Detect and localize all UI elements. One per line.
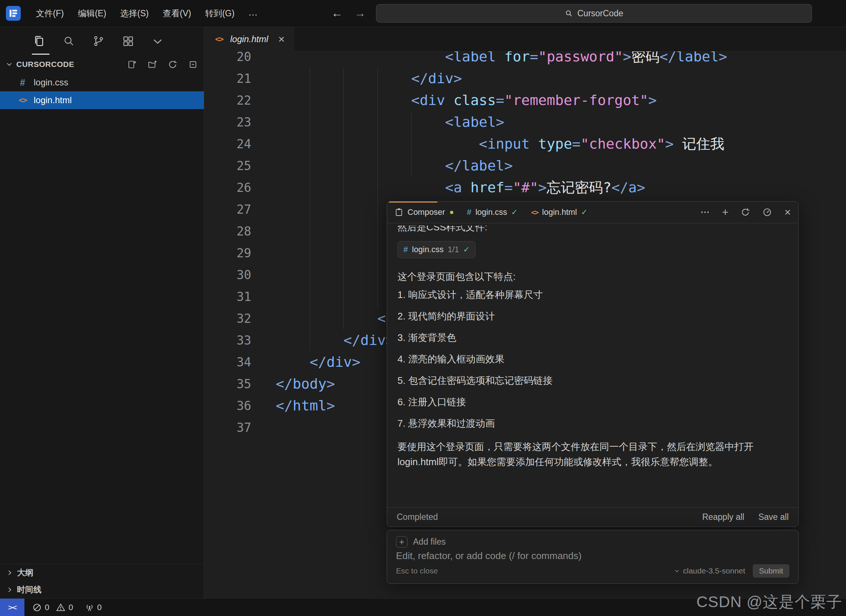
message-intro: 这个登录页面包含以下特点: xyxy=(397,269,788,284)
collapse-all-icon[interactable] xyxy=(188,60,198,69)
composer-tab[interactable]: Composer xyxy=(394,207,453,217)
code-token: input xyxy=(487,136,530,152)
composer-input-box[interactable]: + Add files Edit, refactor, or add code … xyxy=(387,530,799,584)
code-token xyxy=(276,354,310,370)
code-text[interactable]: <label for="password">密码</label> xyxy=(251,51,727,67)
close-icon[interactable]: × xyxy=(278,34,285,45)
code-token: body xyxy=(293,375,327,392)
outline-panel-header[interactable]: 大纲 xyxy=(0,564,204,581)
line-number: 28 xyxy=(205,220,251,242)
code-text[interactable]: <div class="remember-forgot"> xyxy=(251,89,657,111)
menu-overflow-button[interactable]: … xyxy=(242,0,265,27)
code-text[interactable] xyxy=(251,286,276,308)
add-files-row[interactable]: + Add files xyxy=(396,536,789,548)
views-chevron-down-icon[interactable] xyxy=(151,34,164,48)
code-token: </ xyxy=(445,157,462,174)
code-token: > xyxy=(496,114,505,130)
code-token: type xyxy=(538,136,572,152)
file-chip-login-css[interactable]: # login.css 1/1 ✓ xyxy=(397,241,475,258)
line-number: 30 xyxy=(205,264,251,286)
menu-item-4[interactable]: 查看(V) xyxy=(156,0,199,27)
nav-back-button[interactable]: ← xyxy=(328,0,346,27)
file-item-login.html[interactable]: <>login.html xyxy=(0,91,204,109)
extensions-icon[interactable] xyxy=(121,34,135,48)
composer-header: Composer # login.css ✓ <> login.html ✓ + xyxy=(387,201,798,223)
css-file-icon: # xyxy=(17,77,28,88)
composer-prompt-input[interactable]: Edit, refactor, or add code (/ for comma… xyxy=(396,550,789,562)
line-number: 35 xyxy=(205,373,251,395)
menu-item-5[interactable]: 转到(G) xyxy=(198,0,241,27)
new-file-icon[interactable] xyxy=(127,60,137,69)
sidebar-bottom-panels: 大纲 时间线 xyxy=(0,564,204,598)
indent-guide xyxy=(343,67,344,330)
submit-button[interactable]: Submit xyxy=(753,564,789,578)
code-token: = xyxy=(505,179,513,196)
problems-status[interactable]: 0 0 xyxy=(32,603,77,612)
reapply-all-button[interactable]: Reapply all xyxy=(702,512,744,522)
message-outro: 要使用这个登录页面，只需要将这两个文件放在同一个目录下，然后在浏览器中打开log… xyxy=(397,439,788,469)
code-text[interactable]: </body> xyxy=(251,373,335,395)
explorer-icon[interactable] xyxy=(32,34,46,48)
add-icon[interactable]: + xyxy=(722,207,729,218)
tab-login-html[interactable]: <> login.html × xyxy=(205,27,294,51)
new-folder-icon[interactable] xyxy=(147,60,157,69)
file-item-login.css[interactable]: #login.css xyxy=(0,73,204,91)
broadcast-status[interactable]: 0 xyxy=(85,603,106,612)
indent-guide xyxy=(310,67,310,351)
modified-dot-icon xyxy=(450,211,453,214)
model-selector[interactable]: claude-3.5-sonnet xyxy=(674,566,745,575)
save-all-button[interactable]: Save all xyxy=(758,512,789,522)
code-text[interactable] xyxy=(251,198,276,220)
code-token: < xyxy=(445,179,454,196)
menu-item-1[interactable]: 文件(F) xyxy=(29,0,71,27)
code-text[interactable] xyxy=(251,220,276,242)
code-token: > xyxy=(327,397,335,414)
clipboard-icon xyxy=(394,208,403,217)
refresh-icon[interactable] xyxy=(168,60,178,69)
plus-icon[interactable]: + xyxy=(396,536,408,548)
code-token: for xyxy=(505,51,530,65)
menu-item-2[interactable]: 编辑(E) xyxy=(71,0,113,27)
file-list: #login.css<>login.html xyxy=(0,73,204,109)
remote-indicator[interactable]: >< xyxy=(0,598,24,616)
code-token xyxy=(276,310,378,327)
line-number: 33 xyxy=(205,330,251,351)
feature-list: 1. 响应式设计，适配各种屏幕尺寸2. 现代简约的界面设计3. 渐变背景色4. … xyxy=(397,284,788,434)
gauge-icon[interactable] xyxy=(762,207,772,217)
app-logo-icon[interactable] xyxy=(6,6,21,21)
reload-icon[interactable] xyxy=(740,207,750,217)
code-text[interactable]: <a href="#">忘记密码?</a> xyxy=(251,177,646,198)
feature-5: 5. 包含记住密码选项和忘记密码链接 xyxy=(397,370,788,391)
code-text[interactable]: <input type="checkbox"> 记住我 xyxy=(251,133,724,155)
html-file-icon: <> xyxy=(17,96,28,105)
code-text[interactable] xyxy=(251,264,276,286)
code-token: "password" xyxy=(538,51,623,65)
esc-to-close-hint: Esc to close xyxy=(396,566,438,575)
more-icon[interactable] xyxy=(700,207,710,217)
composer-file-tab-html[interactable]: <> login.html ✓ xyxy=(531,207,588,217)
code-text[interactable]: </html> xyxy=(251,395,335,417)
explorer-section-header[interactable]: CURSORCODE xyxy=(0,55,204,73)
watermark: CSDN @这是个栗子 xyxy=(696,592,842,612)
chip-count: 1/1 xyxy=(448,245,459,254)
css-file-icon: # xyxy=(467,207,471,217)
composer-file-tab-css[interactable]: # login.css ✓ xyxy=(467,207,517,217)
source-control-icon[interactable] xyxy=(92,34,105,48)
code-token: a xyxy=(628,179,637,196)
code-text[interactable] xyxy=(251,417,276,439)
chevron-down-icon xyxy=(6,61,13,67)
command-center-search[interactable]: CursorCode xyxy=(376,4,812,22)
code-token: > xyxy=(505,157,513,174)
code-text[interactable]: </div> xyxy=(251,67,462,89)
tab-label: login.html xyxy=(230,34,268,44)
code-line-20: 20 <label for="password">密码</label> xyxy=(205,51,846,67)
close-icon[interactable]: × xyxy=(784,207,791,218)
code-text[interactable]: </div> xyxy=(251,330,394,351)
code-text[interactable]: </label> xyxy=(251,155,513,177)
nav-forward-button[interactable]: → xyxy=(351,0,369,27)
menu-item-3[interactable]: 选择(S) xyxy=(113,0,156,27)
code-text[interactable]: </div> xyxy=(251,351,360,373)
code-text[interactable] xyxy=(251,242,276,264)
timeline-panel-header[interactable]: 时间线 xyxy=(0,581,204,598)
search-view-icon[interactable] xyxy=(62,34,75,48)
